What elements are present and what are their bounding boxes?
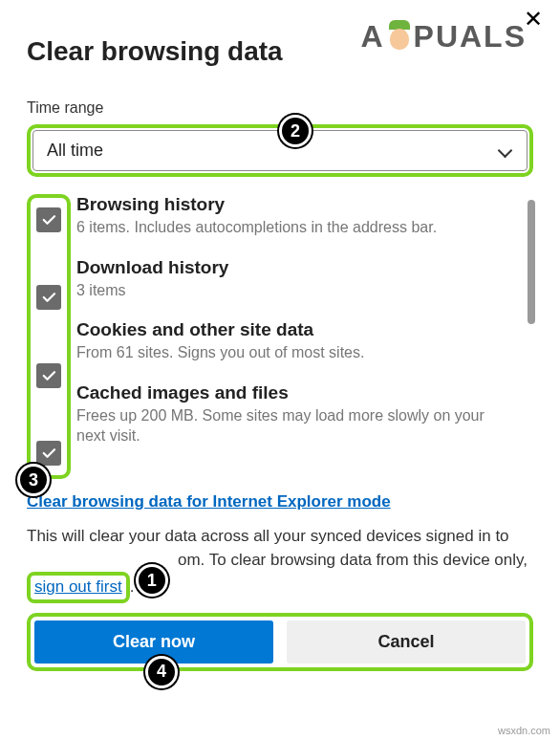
chevron-down-icon xyxy=(498,143,513,159)
ie-mode-link[interactable]: Clear browsing data for Internet Explore… xyxy=(27,492,391,511)
redacted-email xyxy=(27,553,178,568)
list-item: Download history 3 items xyxy=(76,257,514,301)
close-icon[interactable]: ✕ xyxy=(524,8,543,31)
data-type-list: Browsing history 6 items. Includes autoc… xyxy=(27,194,533,479)
list-item: Cookies and other site data From 61 site… xyxy=(76,319,514,363)
check-icon xyxy=(40,367,57,384)
clear-now-button[interactable]: Clear now xyxy=(34,620,273,664)
checkbox-cookies[interactable] xyxy=(36,363,61,388)
source-attribution: wsxdn.com xyxy=(498,725,550,736)
time-range-highlight: All time 2 xyxy=(27,124,533,177)
cancel-button[interactable]: Cancel xyxy=(287,620,526,664)
check-icon xyxy=(40,445,57,462)
dialog-title: Clear browsing data xyxy=(27,36,533,67)
sign-out-link[interactable]: sign out first xyxy=(34,577,122,596)
time-range-value: All time xyxy=(47,141,103,161)
time-range-select[interactable]: All time xyxy=(32,130,528,171)
checkbox-cached[interactable] xyxy=(36,441,61,466)
item-title: Cached images and files xyxy=(76,382,514,403)
check-icon xyxy=(40,289,57,306)
item-desc: 3 items xyxy=(76,280,514,301)
list-item: Browsing history 6 items. Includes autoc… xyxy=(76,194,514,238)
check-icon xyxy=(40,211,57,229)
item-desc: Frees up 200 MB. Some sites may load mor… xyxy=(76,405,514,446)
item-title: Browsing history xyxy=(76,194,514,215)
time-range-label: Time range xyxy=(27,99,533,117)
item-desc: From 61 sites. Signs you out of most sit… xyxy=(76,342,514,363)
checkbox-column-highlight xyxy=(27,194,71,479)
list-item: Cached images and files Frees up 200 MB.… xyxy=(76,382,514,446)
clear-browsing-data-dialog: ✕ APUALS Clear browsing data Time range … xyxy=(0,0,560,740)
signout-highlight: sign out first1 xyxy=(27,572,130,603)
item-desc: 6 items. Includes autocompletions in the… xyxy=(76,217,514,238)
checkbox-download-history[interactable] xyxy=(36,285,61,310)
sync-warning-text: This will clear your data across all you… xyxy=(27,525,533,603)
scrollbar-thumb[interactable] xyxy=(528,200,535,324)
item-title: Cookies and other site data xyxy=(76,319,514,340)
annotation-marker-1: 1 xyxy=(136,564,168,597)
item-title: Download history xyxy=(76,257,514,278)
button-row-highlight: Clear now Cancel 4 xyxy=(27,613,533,671)
checkbox-browsing-history[interactable] xyxy=(36,207,61,232)
